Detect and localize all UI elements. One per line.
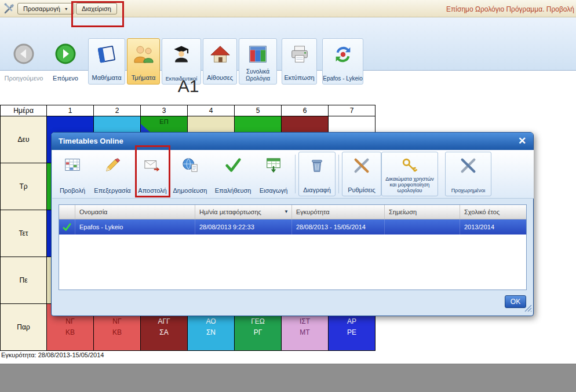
header-period-6: 6	[282, 105, 329, 116]
advanced-tools-icon	[460, 156, 477, 175]
header-period-4: 4	[188, 105, 235, 116]
grid-view-icon	[64, 155, 81, 175]
import-label: Εισαγωγή	[260, 187, 288, 194]
user-rights-button[interactable]: Δικαιώματα χρηστών και μορφοποίηση ωρολο…	[381, 152, 438, 196]
official-schedule-status-text: Επίσημο Ωρολόγιο Πρόγραμμα. Προβολή	[446, 5, 574, 13]
publish-label: Δημοσίευση	[173, 187, 207, 194]
header-period-1: 1	[47, 105, 94, 116]
house-icon	[209, 41, 231, 68]
ok-button[interactable]: OK	[505, 295, 526, 308]
dialog-title: Timetables Online	[59, 137, 123, 145]
timetables-table: Ονομασία Ημ/νία μεταφόρτωσης ▼ Εγκυρότητ…	[59, 204, 527, 290]
manage-button[interactable]: Διαχείριση	[76, 3, 117, 14]
back-arrow-icon	[12, 41, 35, 67]
forward-arrow-icon	[54, 41, 77, 67]
people-icon	[132, 41, 155, 68]
toolbar-separator	[338, 155, 339, 193]
day-label: Πε	[1, 257, 47, 304]
column-header-name[interactable]: Ονομασία	[75, 205, 195, 219]
dialog-toolbar: Προβολή Επεξεργασία Αποστολή Δημοσίευση	[52, 150, 534, 199]
keys-icon	[401, 156, 418, 175]
advanced-button[interactable]: Προχωρημένοι	[445, 152, 491, 196]
pencil-icon	[104, 155, 121, 175]
day-label: Δευ	[1, 116, 47, 163]
table-import-icon	[265, 155, 282, 175]
desktop-background	[0, 364, 576, 392]
resize-grip[interactable]	[524, 304, 532, 314]
timetable-title: A1	[0, 76, 377, 96]
timetable-grid-icon	[247, 41, 269, 68]
app-window: Προσαρμογή ▼ Διαχείριση Επίσημο Ωρολόγιο…	[0, 0, 576, 392]
column-header-note[interactable]: Σημείωση	[385, 205, 460, 219]
edit-button[interactable]: Επεξεργασία	[89, 152, 136, 196]
send-button[interactable]: Αποστολή	[136, 152, 169, 196]
green-check-icon	[63, 223, 71, 232]
header-period-2: 2	[94, 105, 141, 116]
cell-text: ΕΠ	[159, 116, 168, 127]
envelope-send-icon	[144, 155, 161, 175]
send-label: Αποστολή	[138, 187, 166, 194]
column-header-school-year[interactable]: Σχολικό έτος	[460, 205, 526, 219]
globe-icon	[181, 155, 199, 175]
view-button[interactable]: Προβολή	[56, 152, 89, 196]
dialog-titlebar[interactable]: Timetables Online	[52, 133, 533, 150]
close-icon[interactable]: ✕	[516, 135, 528, 148]
verify-label: Επαλήθευση	[215, 187, 251, 194]
validity-text: Εγκυρότητα: 28/08/2013-15/05/2014	[1, 351, 104, 358]
column-header-validity[interactable]: Εγκυρότητα	[292, 205, 385, 219]
header-day: Ημέρα	[1, 105, 47, 116]
timetables-online-dialog: Timetables Online ✕ Προβολή Επεξεργασία	[51, 132, 534, 316]
day-label: Τετ	[1, 210, 47, 257]
row-name-cell: Epafos - Lykeio	[75, 219, 195, 235]
tools-icon	[3, 3, 15, 17]
verify-button[interactable]: Επαλήθευση	[211, 152, 255, 196]
row-school-year-cell: 2013/2014	[460, 219, 526, 235]
checkmark-icon	[224, 155, 242, 175]
tools-crossed-icon	[353, 156, 370, 175]
printer-icon	[289, 41, 311, 68]
settings-label: Ρυθμίσεις	[348, 186, 376, 193]
day-label: Τρ	[1, 163, 47, 210]
settings-button[interactable]: Ρυθμίσεις	[342, 152, 381, 196]
sort-descending-icon: ▼	[284, 205, 289, 219]
toolbar-separator	[295, 155, 296, 193]
advanced-label: Προχωρημένοι	[451, 188, 486, 193]
timetable-header-row: Ημέρα 1 2 3 4 5 6 7	[1, 105, 376, 116]
graduate-icon	[171, 41, 192, 68]
table-header-row: Ονομασία Ημ/νία μεταφόρτωσης ▼ Εγκυρότητ…	[59, 205, 526, 219]
row-upload-date-cell: 28/08/2013 9:22:33	[195, 219, 292, 235]
column-header-status[interactable]	[59, 205, 75, 219]
header-period-5: 5	[235, 105, 282, 116]
publish-button[interactable]: Δημοσίευση	[169, 152, 211, 196]
delete-label: Διαγραφή	[303, 186, 331, 193]
row-note-cell	[385, 219, 460, 235]
row-status-cell	[59, 219, 75, 235]
chevron-down-icon: ▼	[64, 7, 68, 11]
ribbon-toolbar: Προηγούμενο Επόμενο Μαθήματα Τμήματα Εκπ…	[0, 17, 576, 71]
header-period-7: 7	[329, 105, 376, 116]
column-header-upload-date[interactable]: Ημ/νία μεταφόρτωσης ▼	[195, 205, 292, 219]
row-validity-cell: 28/08/2013 - 15/05/2014	[292, 219, 385, 235]
customize-dropdown-button[interactable]: Προσαρμογή ▼	[17, 3, 74, 14]
top-menubar: Προσαρμογή ▼ Διαχείριση Επίσημο Ωρολόγιο…	[0, 0, 576, 17]
manage-label: Διαχείριση	[82, 5, 111, 12]
edit-label: Επεξεργασία	[94, 187, 130, 194]
day-label: Παρ	[1, 304, 47, 351]
customize-label: Προσαρμογή	[23, 5, 60, 12]
header-period-3: 3	[141, 105, 188, 116]
book-icon	[96, 41, 118, 68]
delete-button[interactable]: Διαγραφή	[298, 152, 336, 196]
import-button[interactable]: Εισαγωγή	[255, 152, 292, 196]
trash-icon	[308, 156, 326, 175]
table-row-selected[interactable]: Epafos - Lykeio 28/08/2013 9:22:33 28/08…	[59, 219, 526, 235]
user-rights-label: Δικαιώματα χρηστών και μορφοποίηση ωρολο…	[382, 176, 437, 193]
sync-arrows-icon	[332, 41, 354, 68]
column-header-label: Ημ/νία μεταφόρτωσης	[199, 205, 261, 219]
view-label: Προβολή	[60, 187, 85, 194]
